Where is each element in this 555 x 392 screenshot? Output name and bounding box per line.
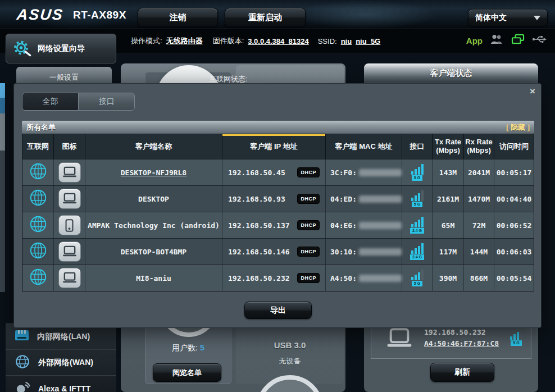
logout-button[interactable]: 注销 (138, 8, 218, 27)
router-model: RT-AX89X (73, 9, 126, 21)
tx-rate-cell: 2161M (433, 186, 464, 212)
sidebar-item-label: 外部网络(WAN) (38, 358, 93, 368)
sidebar-item-label: Alexa & IFTTT (38, 384, 90, 392)
usb-status: 无设备 (236, 356, 344, 366)
band-badge: 5 G (412, 202, 422, 207)
tx-rate-cell: 65M (433, 212, 464, 238)
op-mode-link[interactable]: 无线路由器 (166, 36, 203, 46)
device-icon[interactable] (58, 268, 81, 288)
client-name-cell: DESKTOP-BOT4BMP (85, 239, 222, 265)
table-row[interactable]: MI8-aniu 192.168.50.232 DHCP A4:50: 5 G … (22, 265, 534, 291)
header-icon[interactable]: 图标 (54, 134, 85, 159)
client-ip-cell: 192.168.50.146 DHCP (222, 239, 326, 265)
signal-bars-icon: 2.4 G (410, 217, 424, 234)
usb-icon[interactable] (532, 35, 547, 46)
client-table-body: DESKTOP-NFJ9RL8 192.168.50.45 DHCP 3C:F0… (22, 159, 534, 291)
globe-icon (15, 354, 30, 371)
client-name[interactable]: MI8-aniu (136, 274, 171, 282)
band-badge: 5 G (412, 175, 422, 181)
language-selector[interactable]: 简体中文 (468, 9, 548, 26)
client-ip: 192.168.50.146 (228, 248, 290, 256)
sidebar-item-label: 网络设置向导 (38, 44, 85, 54)
interface-cell: 2.4 G (402, 239, 433, 265)
client-table: 互联网 图标 客户端名称 客户端 IP 地址 客户端 MAC 地址 接口 Tx … (22, 134, 534, 291)
ssid-link-primary[interactable]: niu (341, 37, 352, 45)
client-device-icon[interactable] (385, 326, 414, 353)
gear-wrench-icon (13, 38, 32, 60)
client-ip: 192.168.50.137 (228, 221, 290, 230)
client-mac-prefix: 04:E6: (330, 221, 357, 230)
sidebar-item-alexa-ifttt[interactable]: Alexa & IFTTT (6, 376, 116, 392)
users-icon[interactable] (490, 34, 504, 47)
ssid-link-5g[interactable]: niu_5G (356, 37, 380, 45)
client-name[interactable]: DESKTOP-BOT4BMP (121, 248, 186, 256)
device-icon[interactable] (58, 162, 81, 183)
mac-redacted-blur (359, 222, 402, 229)
table-row[interactable]: DESKTOP 192.168.50.93 DHCP 04:ED: 5 G 21… (22, 185, 534, 212)
client-name[interactable]: DESKTOP-NFJ9RL8 (121, 168, 186, 177)
tx-rate-cell: 117M (433, 239, 464, 265)
chevron-down-icon (534, 16, 540, 20)
client-table-header: 互联网 图标 客户端名称 客户端 IP 地址 客户端 MAC 地址 接口 Tx … (22, 134, 534, 159)
tab-all[interactable]: 全部 (22, 93, 78, 110)
clients-count-value: 5 (200, 343, 204, 352)
table-row[interactable]: DESKTOP-BOT4BMP 192.168.50.146 DHCP 30:1… (22, 238, 534, 265)
reboot-button[interactable]: 重新启动 (225, 8, 306, 27)
close-icon[interactable]: × (530, 86, 535, 97)
client-name[interactable]: DESKTOP (138, 195, 169, 203)
header-rx-rate[interactable]: Rx Rate (Mbps) (464, 134, 494, 159)
client-ip: 192.168.50.93 (228, 195, 285, 203)
table-row[interactable]: DESKTOP-NFJ9RL8 192.168.50.45 DHCP 3C:F0… (22, 159, 534, 185)
client-ip: 192.168.50.232 (228, 274, 290, 282)
device-icon[interactable] (58, 241, 81, 262)
ssid-label: SSID: (318, 37, 337, 45)
signal-bars-icon: 5 G (510, 329, 522, 346)
access-time-cell: 00:05:17 (494, 159, 534, 185)
client-ip-cell: 192.168.50.232 DHCP (222, 265, 326, 291)
app-link[interactable]: App (466, 36, 483, 45)
band-badge: 2.4 G (410, 254, 424, 260)
header-internet[interactable]: 互联网 (22, 134, 54, 159)
clients-count-label: 用户数: (172, 343, 198, 352)
device-icon-cell (54, 212, 85, 238)
signal-bars-icon: 5 G (411, 270, 424, 286)
header-tx-rate[interactable]: Tx Rate (Mbps) (433, 134, 464, 159)
device-icon[interactable] (58, 215, 81, 235)
firmware-link[interactable]: 3.0.0.4.384_81324 (248, 37, 308, 45)
refresh-button[interactable]: 刷新 (430, 363, 494, 382)
device-icon[interactable] (58, 189, 81, 209)
interface-cell: 2.4 G (402, 212, 433, 238)
view-list-button[interactable]: 阅览名单 (153, 363, 221, 382)
language-label: 简体中文 (475, 13, 507, 23)
table-row[interactable]: AMPAK Technology Inc (android) 192.168.5… (22, 212, 534, 238)
mac-redacted-blur (359, 248, 402, 256)
client-ip-cell: 192.168.50.45 DHCP (222, 159, 326, 185)
client-mac-cell: 30:10: (326, 239, 402, 265)
header-interface[interactable]: 接口 (402, 134, 433, 159)
globe-icon (29, 241, 48, 262)
client-mac-link[interactable]: A4:50:46:F7:87:C8 (424, 339, 499, 348)
header-client-ip[interactable]: 客户端 IP 地址 (222, 134, 326, 159)
header-access-time[interactable]: 访问时间 (494, 134, 534, 159)
sidebar-edge-strip (0, 83, 5, 98)
tab-interface[interactable]: 接口 (78, 93, 134, 110)
dhcp-badge: DHCP (297, 167, 320, 177)
wifi-clients-icon[interactable] (511, 34, 525, 47)
client-name[interactable]: AMPAK Technology Inc (android) (88, 221, 220, 230)
client-mac-prefix: 04:ED: (330, 195, 357, 203)
client-name-cell: AMPAK Technology Inc (android) (85, 212, 222, 238)
client-status-header[interactable]: 客户端状态 (364, 63, 538, 83)
sidebar-item-setup-wizard[interactable]: 网络设置向导 (6, 34, 116, 63)
export-button[interactable]: 导出 (244, 302, 312, 319)
band-badge: 5 G (412, 281, 422, 286)
hide-link[interactable]: [ 隐藏 ] (506, 122, 530, 133)
sidebar-edge-strip (0, 113, 5, 151)
lan-port-icon (15, 329, 29, 344)
tx-rate-cell: 143M (433, 159, 464, 185)
header-client-name[interactable]: 客户端名称 (85, 134, 222, 159)
dhcp-badge: DHCP (297, 194, 320, 204)
sidebar-item-wan[interactable]: 外部网络(WAN) (6, 350, 116, 376)
rx-rate-cell: 72M (464, 212, 494, 238)
client-ip: 192.168.50.45 (228, 168, 285, 177)
header-client-mac[interactable]: 客户端 MAC 地址 (326, 134, 402, 159)
